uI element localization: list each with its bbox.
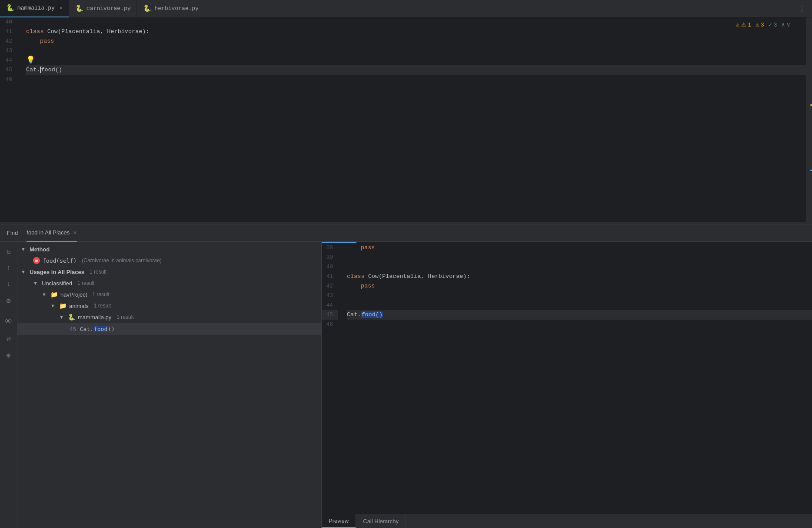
code-editor[interactable]: class Cow(Placentalia, Herbivorae): pass…	[23, 17, 806, 222]
method-icon: m	[33, 257, 40, 264]
tree-unclassified-header[interactable]: ▼ Unclassified 1 result	[17, 277, 321, 289]
line-numbers: 40 41 42 43 44 45 46	[0, 17, 23, 222]
preview-tab-preview[interactable]: Preview	[322, 514, 356, 528]
preview-lines: 38 39 40 41 42 43 44 45 46 pass	[322, 243, 812, 329]
call-hierarchy-tab-label: Call Hierarchy	[363, 518, 399, 525]
eye-icon[interactable]: 👁	[5, 317, 12, 326]
preview-line-38: pass	[347, 243, 812, 253]
usages-chevron-icon: ▼	[21, 269, 27, 274]
warning-icon-1: ⚠	[736, 21, 739, 28]
find-sidebar-icons: ↻ ↑ ↓ ⚙ 👁 ⇄ ⊕	[0, 242, 17, 528]
tab-herbivorae-label: herbivorae.py	[154, 5, 198, 12]
result-line-45[interactable]: 45 Cat.food()	[17, 323, 321, 335]
unclassified-chevron-icon: ▼	[33, 281, 39, 286]
mammalia-file-icon: 🐍	[68, 314, 75, 321]
keyword-class: class	[26, 27, 44, 37]
find-content: ↻ ↑ ↓ ⚙ 👁 ⇄ ⊕ ▼ Method m food(self) (Car…	[0, 242, 812, 528]
result-highlight: food	[93, 326, 108, 332]
check-icon: ✓	[768, 21, 772, 28]
preview-gutter: 38 39 40 41 42 43 44 45 46	[322, 243, 343, 329]
class-name-cow: Cow(Placentalia, Herbivorae):	[47, 27, 150, 37]
tree-mammalia-header[interactable]: ▼ 🐍 mammalia.py 1 result	[17, 311, 321, 323]
preview-line-39	[347, 253, 812, 262]
preview-tab-call-hierarchy[interactable]: Call Hierarchy	[356, 514, 406, 528]
check-badge[interactable]: ✓ 3	[768, 21, 777, 28]
preview-line-42: pass	[347, 281, 812, 291]
code-line-41: class Cow(Placentalia, Herbivorae):	[26, 27, 806, 37]
preview-tab-bar: Preview Call Hierarchy	[322, 513, 812, 528]
arrow-down-icon[interactable]: ↓	[6, 280, 10, 288]
warning-badge-1[interactable]: ⚠ ⚠ 1	[736, 21, 751, 28]
mammalia-py-icon: 🐍	[6, 4, 14, 12]
navigate-icon[interactable]: ⇄	[6, 334, 10, 343]
usages-count: 1 result	[90, 269, 106, 275]
warning-count-1: ⚠ 1	[741, 21, 751, 28]
method-label: Method	[30, 246, 50, 253]
result-line-num: 45	[70, 326, 77, 332]
warning-marker	[810, 104, 812, 106]
tab-mammalia-close[interactable]: ✕	[60, 5, 63, 11]
warning-badge-3[interactable]: ⚠ 3	[755, 21, 764, 28]
navproject-folder-icon: 📁	[50, 291, 58, 298]
animals-folder-icon: 📁	[59, 302, 67, 309]
food-self-detail: (Carnivorae in animals.carnivorae)	[82, 257, 161, 264]
settings-icon[interactable]: ⚙	[6, 296, 10, 305]
nav-arrows[interactable]: ∧ ∨	[781, 21, 790, 28]
food-self-label: food(self)	[43, 257, 77, 264]
find-tab-find-label[interactable]: Find	[7, 230, 18, 236]
tree-animals-header[interactable]: ▼ 📁 animals 1 result	[17, 300, 321, 311]
warning-icon-3: ⚠	[755, 21, 759, 28]
info-marker	[810, 170, 812, 171]
arrow-up-icon[interactable]: ↑	[6, 264, 10, 272]
preview-code-content[interactable]: pass class Cow(Placentalia, Herbivorae):…	[343, 243, 812, 329]
tree-usages-header[interactable]: ▼ Usages in All Places 1 result	[17, 266, 321, 277]
preview-line-46	[347, 320, 812, 329]
preview-line-40	[347, 262, 812, 272]
editor-status-bar: ⚠ ⚠ 1 ⚠ 3 ✓ 3 ∧ ∨	[736, 21, 791, 28]
find-tab-bar: Find food in All Places ✕	[0, 224, 812, 242]
preview-pane: 38 39 40 41 42 43 44 45 46 pass	[322, 242, 812, 528]
chevron-down-icon[interactable]: ∨	[787, 21, 790, 28]
animals-count: 1 result	[94, 303, 111, 309]
chevron-up-icon[interactable]: ∧	[781, 21, 785, 28]
preview-tab-label: Preview	[329, 518, 349, 524]
code-cat: Cat.food()	[26, 65, 62, 75]
unclassified-count: 1 result	[77, 280, 94, 286]
editor-area: 40 41 42 43 44 45 46 class Cow(Placental…	[0, 17, 812, 222]
tree-food-self-item[interactable]: m food(self) (Carnivorae in animals.carn…	[17, 255, 321, 266]
code-line-40	[26, 17, 806, 27]
tab-herbivorae[interactable]: 🐍 herbivorae.py	[137, 0, 205, 17]
find-tab-active[interactable]: food in All Places ✕	[27, 224, 77, 242]
tab-mammalia[interactable]: 🐍 mammalia.py ✕	[0, 0, 69, 17]
navproject-chevron-icon: ▼	[42, 292, 48, 297]
tab-carnivorae-label: carnivorae.py	[87, 5, 130, 12]
method-chevron-icon: ▼	[21, 247, 27, 252]
editor-right-gutter	[806, 17, 812, 222]
preview-code: 38 39 40 41 42 43 44 45 46 pass	[322, 242, 812, 513]
usages-label: Usages in All Places	[30, 269, 84, 275]
preview-line-41: class Cow(Placentalia, Herbivorae):	[347, 272, 812, 281]
preview-food-highlight: food()	[361, 311, 383, 318]
pin-icon[interactable]: ⊕	[6, 351, 10, 360]
tree-navproject-header[interactable]: ▼ 📁 navProject 1 result	[17, 289, 321, 300]
code-line-44: 💡	[26, 56, 806, 65]
preview-line-44	[347, 301, 812, 310]
mammalia-chevron-icon: ▼	[59, 314, 65, 320]
tab-carnivorae[interactable]: 🐍 carnivorae.py	[69, 0, 137, 17]
result-code-prefix: Cat.food()	[80, 326, 115, 332]
find-tab-close-button[interactable]: ✕	[73, 229, 77, 236]
herbivorae-py-icon: 🐍	[143, 4, 151, 13]
preview-line-45: Cat.food()	[347, 310, 812, 320]
code-line-45[interactable]: Cat.food()	[26, 65, 806, 75]
tab-menu-button[interactable]: ⋮	[792, 4, 812, 13]
animals-label: animals	[69, 303, 89, 309]
refresh-icon[interactable]: ↻	[6, 247, 10, 256]
find-panel: Find food in All Places ✕ ↻ ↑ ↓ ⚙ 👁 ⇄ ⊕ …	[0, 224, 812, 528]
unclassified-label: Unclassified	[42, 280, 72, 287]
preview-line-43	[347, 291, 812, 301]
carnivorae-py-icon: 🐍	[75, 4, 83, 13]
tree-method-header[interactable]: ▼ Method	[17, 244, 321, 255]
mammalia-file-count: 1 result	[116, 314, 133, 320]
navproject-count: 1 result	[92, 291, 109, 297]
mammalia-file-label: mammalia.py	[78, 314, 111, 321]
